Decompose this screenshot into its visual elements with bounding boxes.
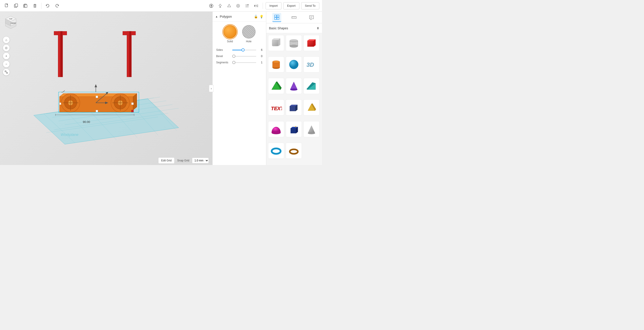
- svg-rect-84: [277, 15, 279, 17]
- bevel-slider[interactable]: [232, 56, 256, 57]
- visibility-icon[interactable]: 💡: [260, 15, 263, 18]
- scene-svg: Workplane: [0, 12, 212, 165]
- svg-point-19: [238, 5, 239, 7]
- bevel-label: Bevel: [216, 55, 230, 58]
- shape-cylinder-orange[interactable]: [268, 57, 284, 73]
- ruler-view-button[interactable]: [290, 13, 298, 22]
- svg-line-35: [40, 98, 154, 114]
- hole-type-button[interactable]: Hole: [242, 25, 256, 43]
- shapes-top-icons: [266, 12, 322, 23]
- solid-type-button[interactable]: Solid: [223, 25, 237, 43]
- align-button[interactable]: [243, 2, 251, 10]
- snap-grid-select[interactable]: 1.0 mm 0.5 mm 2.0 mm 5.0 mm: [192, 158, 209, 163]
- shape-pyramid-yellow[interactable]: [304, 99, 320, 116]
- svg-rect-85: [274, 18, 276, 20]
- lock-icon[interactable]: 🔓: [254, 15, 258, 18]
- undo-button[interactable]: [44, 2, 52, 10]
- perspective-button[interactable]: [3, 69, 10, 76]
- copy-button[interactable]: [12, 2, 20, 10]
- export-button[interactable]: Export: [283, 2, 300, 10]
- svg-point-69: [114, 97, 127, 109]
- shape-wedge-teal[interactable]: [304, 78, 320, 94]
- svg-rect-59: [96, 110, 98, 112]
- sides-label: Sides: [216, 48, 230, 52]
- sides-thumb[interactable]: [242, 48, 244, 52]
- svg-marker-56: [60, 94, 137, 97]
- zoom-in-button[interactable]: +: [3, 52, 10, 60]
- svg-rect-62: [131, 110, 133, 112]
- solid-label: Solid: [227, 40, 233, 43]
- svg-line-44: [86, 106, 116, 140]
- svg-marker-78: [106, 92, 108, 95]
- shape-cone-purple[interactable]: [286, 78, 302, 94]
- shape-pyramid-green[interactable]: [268, 78, 284, 94]
- bevel-thumb[interactable]: [232, 55, 236, 58]
- prop-collapse-arrow[interactable]: ▲: [215, 15, 218, 18]
- sides-value: 6: [258, 48, 262, 52]
- shape-box-navy[interactable]: [286, 99, 302, 116]
- shape-text-3d[interactable]: 3D: [304, 57, 320, 73]
- shape-outline-button[interactable]: [225, 2, 233, 10]
- svg-rect-31: [5, 71, 6, 72]
- send-to-button[interactable]: Send To: [301, 2, 319, 10]
- svg-text:TOP: TOP: [9, 18, 12, 20]
- shape-box-red[interactable]: [304, 35, 320, 51]
- shape-sphere-blue[interactable]: [286, 57, 302, 73]
- shape-cone-grey[interactable]: [304, 121, 320, 137]
- shape-dome-magenta[interactable]: [268, 121, 284, 137]
- shapes-panel: Basic Shapes ⬍: [266, 12, 322, 165]
- hole-circle: [242, 25, 256, 39]
- shape-ring-brown[interactable]: [286, 143, 302, 159]
- svg-rect-23: [248, 4, 248, 5]
- view-mode-button[interactable]: [207, 2, 215, 10]
- svg-rect-61: [131, 103, 133, 105]
- shape-torus-blue[interactable]: [268, 143, 284, 159]
- svg-rect-55: [60, 97, 133, 112]
- svg-line-41: [46, 117, 158, 133]
- svg-rect-54: [129, 31, 131, 77]
- fit-view-button[interactable]: ⊙: [3, 44, 10, 52]
- shape-text-block-red[interactable]: TEXT: [268, 99, 284, 116]
- edit-grid-button[interactable]: Edit Grid: [158, 157, 174, 164]
- svg-line-45: [106, 102, 138, 137]
- measurement-label: 90.00: [83, 120, 90, 124]
- svg-rect-103: [308, 41, 314, 47]
- shapes-header: Basic Shapes ⬍: [266, 23, 322, 33]
- shape-box-blue-dark[interactable]: ★: [286, 121, 302, 137]
- svg-line-43: [65, 110, 96, 142]
- segments-thumb[interactable]: [232, 61, 236, 64]
- main-content: TOP FRONT ⌂ ⊙ + −: [0, 12, 322, 165]
- delete-button[interactable]: [31, 2, 39, 10]
- shapes-header-title: Basic Shapes: [269, 27, 317, 30]
- sides-row: Sides 6: [216, 48, 262, 52]
- svg-point-9: [210, 5, 212, 7]
- collapse-panel-button[interactable]: ›: [209, 85, 214, 92]
- viewport[interactable]: TOP FRONT ⌂ ⊙ + −: [0, 12, 212, 165]
- svg-rect-5: [25, 5, 27, 8]
- notes-view-button[interactable]: [307, 13, 316, 22]
- zoom-out-button[interactable]: −: [3, 61, 10, 68]
- circle-outline-button[interactable]: [234, 2, 242, 10]
- shape-rounded-box[interactable]: [268, 35, 284, 51]
- mirror-button[interactable]: [252, 2, 260, 10]
- sides-slider[interactable]: [232, 50, 256, 50]
- svg-text:TEXT: TEXT: [271, 106, 282, 111]
- divider-1: [41, 3, 42, 9]
- shape-cylinder-grey[interactable]: [286, 35, 302, 51]
- svg-marker-130: [308, 126, 315, 133]
- home-view-button[interactable]: ⌂: [3, 36, 10, 44]
- segments-slider[interactable]: [232, 62, 256, 63]
- duplicate-button[interactable]: [22, 2, 30, 10]
- import-button[interactable]: Import: [266, 2, 282, 10]
- light-icon-button[interactable]: [216, 2, 224, 10]
- svg-line-47: [148, 98, 177, 131]
- svg-rect-58: [96, 96, 98, 98]
- svg-rect-93: [272, 40, 278, 46]
- redo-button[interactable]: [53, 2, 61, 10]
- new-button[interactable]: [3, 2, 11, 10]
- grid-view-button[interactable]: [272, 13, 281, 22]
- svg-point-110: [272, 61, 280, 63]
- view-cube[interactable]: TOP FRONT: [3, 14, 19, 31]
- shapes-dropdown-button[interactable]: ⬍: [317, 27, 319, 30]
- svg-marker-57: [133, 94, 137, 110]
